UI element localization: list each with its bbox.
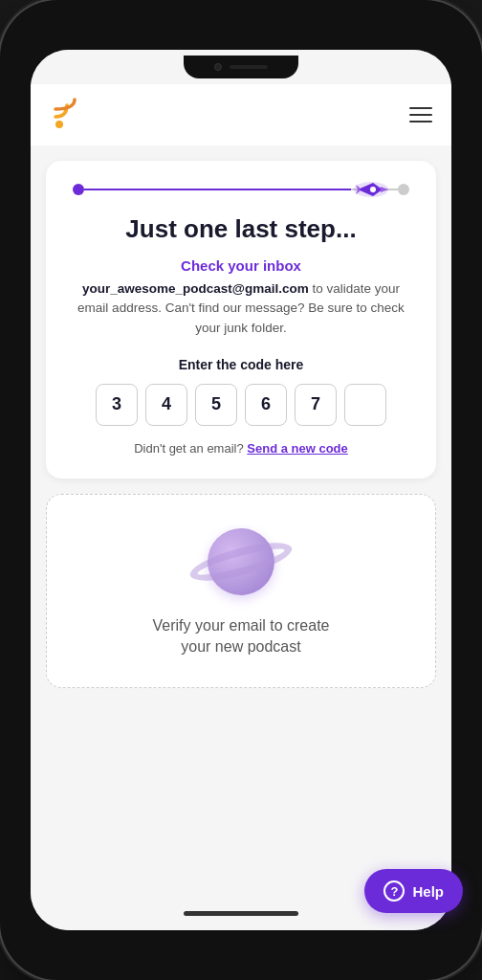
speaker [230, 65, 268, 69]
step-title: Just one last step... [65, 214, 417, 244]
progress-start-dot [73, 184, 84, 195]
podcast-card: Verify your email to create your new pod… [46, 494, 436, 688]
progress-line [84, 189, 398, 190]
code-label: Enter the code here [65, 357, 417, 372]
email-address: your_awesome_podcast@gmail.com [82, 281, 309, 296]
code-digit-2[interactable]: 4 [145, 384, 187, 426]
code-digit-6[interactable] [344, 384, 386, 426]
code-digit-4[interactable]: 6 [245, 384, 287, 426]
inbox-heading: Check your inbox [65, 257, 417, 274]
phone-frame: Just one last step... Check your inbox y… [0, 0, 482, 980]
notch-bar [31, 50, 451, 84]
code-digit-1[interactable]: 3 [96, 384, 138, 426]
code-digit-5[interactable]: 7 [295, 384, 337, 426]
inbox-description: your_awesome_podcast@gmail.com to valida… [65, 279, 417, 338]
help-button[interactable]: ? Help [364, 869, 463, 913]
logo [50, 96, 88, 134]
help-icon: ? [383, 880, 405, 902]
progress-end-dot [398, 184, 409, 195]
planet-illustration [184, 523, 298, 600]
resend-text: Didn't get an email? Send a new code [65, 441, 417, 456]
svg-point-2 [370, 187, 376, 192]
verification-card: Just one last step... Check your inbox y… [46, 161, 436, 479]
code-digit-3[interactable]: 5 [195, 384, 237, 426]
header [31, 84, 451, 145]
main-scroll: Just one last step... Check your inbox y… [31, 145, 451, 896]
camera [214, 63, 222, 71]
notch [184, 56, 298, 78]
code-inputs: 3 4 5 6 7 [65, 384, 417, 426]
home-bar [184, 911, 298, 916]
logo-icon [50, 96, 88, 134]
app-content: Just one last step... Check your inbox y… [31, 84, 451, 896]
progress-bar [65, 184, 417, 195]
hamburger-menu[interactable] [409, 107, 432, 122]
podcast-caption: Verify your email to create your new pod… [153, 615, 330, 658]
svg-point-0 [55, 121, 63, 128]
phone-screen: Just one last step... Check your inbox y… [31, 50, 451, 930]
send-new-code-link[interactable]: Send a new code [247, 441, 347, 456]
